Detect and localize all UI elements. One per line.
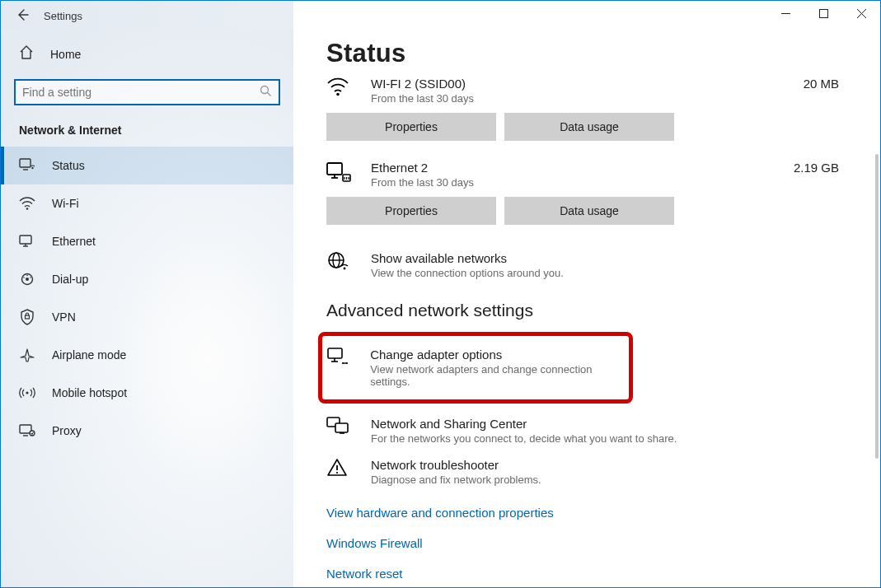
- sidebar-item-ethernet[interactable]: Ethernet: [1, 222, 293, 260]
- action-desc: Diagnose and fix network problems.: [371, 474, 541, 486]
- sidebar-item-label: Dial-up: [52, 273, 88, 286]
- connection-name: WI-FI 2 (SSID00): [371, 77, 784, 91]
- settings-window: Settings Home: [0, 0, 881, 588]
- sidebar-item-dialup[interactable]: Dial-up: [1, 260, 293, 298]
- sidebar-item-label: Proxy: [52, 424, 82, 437]
- sharing-center-row[interactable]: Network and Sharing Center For the netwo…: [326, 410, 864, 451]
- sidebar-item-hotspot[interactable]: Mobile hotspot: [1, 374, 293, 412]
- maximize-button[interactable]: [804, 1, 842, 26]
- connection-usage: 20 MB: [804, 77, 864, 91]
- svg-rect-10: [20, 236, 31, 244]
- svg-point-14: [26, 278, 29, 281]
- sidebar-item-airplane[interactable]: Airplane mode: [1, 336, 293, 374]
- connection-buttons: Properties Data usage: [326, 197, 864, 225]
- svg-rect-35: [328, 348, 342, 358]
- sidebar-item-wifi[interactable]: Wi-Fi: [1, 184, 293, 222]
- connection-wifi: WI-FI 2 (SSID00) From the last 30 days 2…: [326, 77, 864, 105]
- search-icon: [260, 85, 272, 100]
- adapter-icon: [327, 348, 350, 370]
- proxy-icon: [19, 424, 35, 437]
- vpn-icon: [19, 309, 35, 325]
- sidebar-item-label: Mobile hotspot: [52, 386, 127, 399]
- search-input[interactable]: [22, 86, 260, 99]
- svg-point-8: [31, 167, 33, 169]
- troubleshooter-row[interactable]: Network troubleshooter Diagnose and fix …: [326, 451, 864, 492]
- sidebar-item-vpn[interactable]: VPN: [1, 298, 293, 336]
- ethernet-icon: [19, 235, 35, 248]
- sidebar-item-proxy[interactable]: Proxy: [1, 412, 293, 450]
- action-text: Change adapter options View network adap…: [370, 348, 619, 388]
- connection-name: Ethernet 2: [371, 161, 774, 175]
- action-text: Network troubleshooter Diagnose and fix …: [371, 458, 541, 486]
- svg-rect-6: [20, 159, 30, 167]
- data-usage-button[interactable]: Data usage: [504, 113, 674, 141]
- sidebar-item-label: Airplane mode: [52, 348, 126, 362]
- home-icon: [19, 45, 34, 63]
- main-content: Status WI-FI 2 (SSID00) From the last 30…: [293, 30, 880, 587]
- show-networks-row[interactable]: Show available networks View the connect…: [326, 245, 864, 286]
- scrollbar[interactable]: [867, 30, 879, 587]
- svg-rect-42: [335, 423, 348, 432]
- sidebar: Home Network & Internet Status: [1, 30, 293, 587]
- connection-buttons: Properties Data usage: [326, 113, 864, 141]
- sidebar-item-label: Status: [52, 159, 85, 172]
- action-desc: View the connection options around you.: [371, 267, 564, 279]
- action-desc: For the networks you connect to, decide …: [371, 432, 677, 445]
- titlebar: Settings: [1, 1, 880, 30]
- svg-point-34: [344, 268, 346, 270]
- back-arrow-icon: [16, 8, 29, 21]
- sidebar-item-label: Ethernet: [52, 235, 96, 248]
- home-label: Home: [50, 48, 81, 61]
- svg-point-16: [30, 277, 31, 278]
- hotspot-icon: [19, 386, 35, 399]
- action-title: Network troubleshooter: [371, 458, 541, 472]
- action-text: Network and Sharing Center For the netwo…: [371, 417, 677, 445]
- body: Home Network & Internet Status: [1, 30, 880, 587]
- dialup-icon: [19, 273, 35, 286]
- highlight-box: Change adapter options View network adap…: [318, 332, 633, 404]
- sidebar-item-label: VPN: [52, 310, 76, 324]
- connection-sub: From the last 30 days: [371, 176, 774, 189]
- properties-button[interactable]: Properties: [326, 113, 496, 141]
- svg-rect-1: [819, 9, 827, 17]
- home-button[interactable]: Home: [1, 40, 293, 68]
- warning-icon: [326, 458, 351, 480]
- back-button[interactable]: [16, 8, 29, 24]
- search-box[interactable]: [14, 79, 280, 105]
- page-title: Status: [326, 39, 864, 68]
- svg-point-4: [261, 86, 269, 94]
- action-title: Change adapter options: [370, 348, 619, 362]
- svg-point-9: [26, 208, 29, 210]
- window-controls: [293, 1, 880, 30]
- close-button[interactable]: [842, 1, 880, 26]
- scrollbar-thumb[interactable]: [875, 154, 879, 459]
- sidebar-item-label: Wi-Fi: [52, 197, 79, 210]
- airplane-icon: [19, 348, 35, 362]
- wifi-icon: [326, 77, 351, 99]
- status-icon: [19, 158, 35, 173]
- search-container: [14, 79, 280, 105]
- action-title: Network and Sharing Center: [371, 417, 677, 431]
- properties-button[interactable]: Properties: [326, 197, 496, 225]
- svg-line-5: [268, 93, 271, 96]
- svg-rect-18: [26, 315, 30, 319]
- window-title: Settings: [44, 10, 82, 22]
- link-network-reset[interactable]: Network reset: [326, 567, 403, 581]
- sharing-icon: [326, 417, 351, 439]
- change-adapter-row[interactable]: Change adapter options View network adap…: [327, 344, 619, 391]
- action-title: Show available networks: [371, 251, 564, 265]
- minimize-icon: [781, 9, 790, 18]
- link-hardware-properties[interactable]: View hardware and connection properties: [326, 506, 554, 520]
- connection-usage: 2.19 GB: [794, 161, 864, 175]
- close-icon: [857, 9, 866, 18]
- wifi-icon: [19, 197, 35, 210]
- svg-point-45: [336, 472, 338, 474]
- data-usage-button[interactable]: Data usage: [504, 197, 674, 225]
- link-windows-firewall[interactable]: Windows Firewall: [326, 536, 423, 550]
- ethernet-icon: [326, 161, 351, 186]
- minimize-button[interactable]: [766, 1, 804, 26]
- sidebar-item-status[interactable]: Status: [1, 147, 293, 184]
- globe-wifi-icon: [326, 251, 351, 275]
- svg-rect-24: [327, 163, 342, 175]
- svg-point-17: [23, 277, 25, 278]
